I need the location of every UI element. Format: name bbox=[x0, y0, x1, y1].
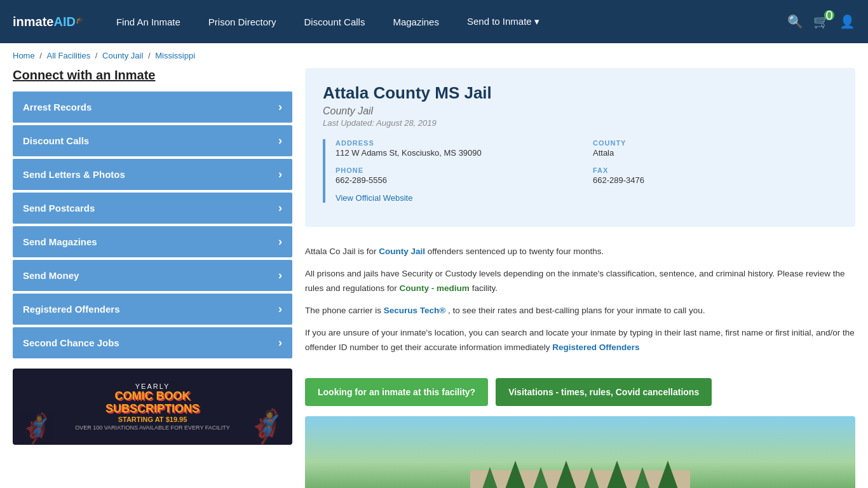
official-website-link[interactable]: View Official Website bbox=[336, 193, 412, 203]
photo-trees bbox=[305, 448, 855, 488]
nav-prison-directory[interactable]: Prison Directory bbox=[194, 0, 290, 43]
facility-card: Attala County MS Jail County Jail Last U… bbox=[305, 68, 855, 227]
county-value: Attala bbox=[593, 148, 837, 158]
tree-icon bbox=[555, 461, 578, 488]
sidebar-title: Connect with an Inmate bbox=[13, 68, 292, 83]
county-block: COUNTY Attala bbox=[593, 139, 837, 158]
fax-value: 662-289-3476 bbox=[593, 175, 837, 185]
address-value: 112 W Adams St, Kosciusko, MS 39090 bbox=[336, 148, 580, 158]
desc3-text: The phone carrier is bbox=[305, 306, 381, 315]
cart-wrapper[interactable]: 🛒 0 bbox=[813, 14, 829, 29]
fax-block: FAX 662-289-3476 bbox=[593, 166, 837, 185]
breadcrumb-all-facilities[interactable]: All Facilities bbox=[47, 51, 91, 60]
sidebar-item-label: Send Money bbox=[23, 270, 79, 281]
facility-type: County Jail bbox=[323, 105, 837, 117]
desc-paragraph-2: All prisons and jails have Security or C… bbox=[305, 267, 855, 296]
chevron-right-icon: › bbox=[278, 269, 282, 282]
chevron-right-icon: › bbox=[278, 100, 282, 114]
facility-detail: Attala County MS Jail County Jail Last U… bbox=[305, 68, 855, 488]
breadcrumb-county-jail[interactable]: County Jail bbox=[102, 51, 143, 60]
tree-icon bbox=[504, 461, 527, 488]
sidebar-item-send-money[interactable]: Send Money › bbox=[13, 260, 292, 291]
nav-discount-calls[interactable]: Discount Calls bbox=[290, 0, 379, 43]
sidebar-item-label: Second Chance Jobs bbox=[23, 337, 119, 348]
desc1-link[interactable]: County Jail bbox=[379, 247, 425, 256]
sidebar-item-label: Send Postcards bbox=[23, 203, 95, 214]
action-buttons: Looking for an inmate at this facility? … bbox=[305, 378, 855, 406]
user-icon[interactable]: 👤 bbox=[839, 14, 855, 29]
facility-name: Attala County MS Jail bbox=[323, 83, 837, 103]
tree-icon bbox=[583, 467, 600, 488]
info-grid: ADDRESS 112 W Adams St, Kosciusko, MS 39… bbox=[336, 139, 837, 185]
search-icon[interactable]: 🔍 bbox=[787, 14, 803, 29]
breadcrumb-mississippi[interactable]: Mississippi bbox=[155, 51, 195, 60]
tree-icon bbox=[656, 461, 679, 488]
cart-badge: 0 bbox=[824, 10, 834, 20]
ad-subtitle: STARTING AT $19.95 bbox=[75, 416, 230, 423]
header-icons: 🔍 🛒 0 👤 bbox=[787, 14, 855, 29]
sidebar-menu: Arrest Records › Discount Calls › Send L… bbox=[13, 92, 292, 358]
chevron-right-icon: › bbox=[278, 235, 282, 248]
tree-icon bbox=[606, 461, 628, 488]
sidebar-item-arrest-records[interactable]: Arrest Records › bbox=[13, 92, 292, 123]
sidebar-item-label: Arrest Records bbox=[23, 102, 92, 112]
desc4-link[interactable]: Registered Offenders bbox=[552, 342, 639, 352]
ad-banner[interactable]: YEARLY COMIC BOOKSUBSCRIPTIONS STARTING … bbox=[13, 369, 292, 445]
breadcrumb-sep-2: / bbox=[95, 51, 100, 60]
breadcrumb-sep-1: / bbox=[39, 51, 44, 60]
visitations-button[interactable]: Visitations - times, rules, Covid cancel… bbox=[496, 378, 712, 406]
main-content: Connect with an Inmate Arrest Records › … bbox=[0, 68, 868, 488]
chevron-right-icon: › bbox=[278, 201, 282, 215]
desc2-link[interactable]: County - medium bbox=[400, 283, 470, 293]
nav-find-inmate[interactable]: Find An Inmate bbox=[102, 0, 194, 43]
ad-content: YEARLY COMIC BOOKSUBSCRIPTIONS STARTING … bbox=[69, 376, 236, 437]
fax-label: FAX bbox=[593, 166, 837, 174]
phone-label: PHONE bbox=[336, 166, 580, 174]
tree-icon bbox=[532, 467, 550, 488]
desc-paragraph-3: The phone carrier is Securus Tech® , to … bbox=[305, 304, 855, 318]
find-inmate-button[interactable]: Looking for an inmate at this facility? bbox=[305, 378, 488, 406]
desc3-end: , to see their rates and best-calling pl… bbox=[448, 306, 705, 315]
chevron-right-icon: › bbox=[278, 168, 282, 181]
website-block: View Official Website bbox=[336, 193, 837, 203]
sidebar-item-registered-offenders[interactable]: Registered Offenders › bbox=[13, 294, 292, 325]
sidebar: Connect with an Inmate Arrest Records › … bbox=[13, 68, 292, 488]
breadcrumb-home[interactable]: Home bbox=[13, 51, 35, 60]
nav-magazines[interactable]: Magazines bbox=[379, 0, 453, 43]
chevron-right-icon: › bbox=[278, 302, 282, 316]
sidebar-item-send-letters[interactable]: Send Letters & Photos › bbox=[13, 159, 292, 190]
nav-send-to-inmate[interactable]: Send to Inmate ▾ bbox=[453, 0, 553, 43]
logo-text: inmateAID🎓 bbox=[13, 15, 83, 29]
desc2-end: facility. bbox=[472, 283, 498, 293]
county-label: COUNTY bbox=[593, 139, 837, 147]
desc3-link[interactable]: Securus Tech® bbox=[384, 306, 445, 315]
facility-description: Attala Co Jail is for County Jail offend… bbox=[305, 240, 855, 368]
sidebar-item-discount-calls[interactable]: Discount Calls › bbox=[13, 125, 292, 156]
ad-hero2-icon: 🦸‍♂️ bbox=[19, 412, 54, 445]
desc1-text: Attala Co Jail is for bbox=[305, 247, 377, 256]
facility-last-updated: Last Updated: August 28, 2019 bbox=[323, 118, 837, 128]
chevron-right-icon: › bbox=[278, 336, 282, 349]
tree-icon bbox=[481, 467, 499, 488]
sidebar-item-label: Registered Offenders bbox=[23, 304, 120, 315]
facility-photo bbox=[305, 416, 855, 488]
facility-info-section: ADDRESS 112 W Adams St, Kosciusko, MS 39… bbox=[323, 139, 837, 203]
address-block: ADDRESS 112 W Adams St, Kosciusko, MS 39… bbox=[336, 139, 580, 158]
desc1-end: offenders sentenced up to twenty four mo… bbox=[428, 247, 604, 256]
sidebar-item-second-chance-jobs[interactable]: Second Chance Jobs › bbox=[13, 327, 292, 358]
phone-block: PHONE 662-289-5556 bbox=[336, 166, 580, 185]
tree-icon bbox=[634, 467, 651, 488]
breadcrumb-sep-3: / bbox=[148, 51, 153, 60]
logo[interactable]: inmateAID🎓 bbox=[13, 15, 83, 29]
chevron-right-icon: › bbox=[278, 134, 282, 147]
sidebar-item-label: Discount Calls bbox=[23, 135, 89, 146]
desc-paragraph-1: Attala Co Jail is for County Jail offend… bbox=[305, 245, 855, 259]
sidebar-item-send-magazines[interactable]: Send Magazines › bbox=[13, 226, 292, 257]
sidebar-item-send-postcards[interactable]: Send Postcards › bbox=[13, 193, 292, 224]
desc2-text: All prisons and jails have Security or C… bbox=[305, 269, 845, 293]
sidebar-item-label: Send Magazines bbox=[23, 236, 97, 247]
main-nav: Find An Inmate Prison Directory Discount… bbox=[102, 0, 787, 43]
address-label: ADDRESS bbox=[336, 139, 580, 147]
ad-hero-icon: 🦸 bbox=[247, 408, 286, 445]
phone-value: 662-289-5556 bbox=[336, 175, 580, 185]
